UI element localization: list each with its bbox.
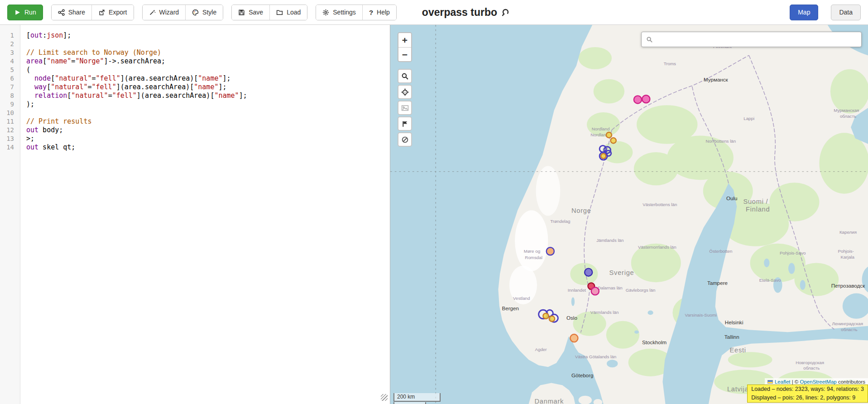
poi-marker[interactable] <box>634 96 642 103</box>
map-label-region: Ленинградская <box>832 321 863 326</box>
code-line[interactable]: 14out skel qt; <box>0 143 390 152</box>
app-brand: overpass turbo <box>422 6 510 19</box>
map-label-region: область <box>840 114 856 119</box>
code-text: relation["natural"="fell"](area.searchAr… <box>20 91 247 100</box>
zoom-in-button[interactable]: + <box>398 33 411 47</box>
map-label-region: Norrbottens län <box>705 139 736 144</box>
map-label-city: Bergen <box>502 306 519 312</box>
search-icon <box>401 72 409 80</box>
run-button[interactable]: Run <box>7 5 43 20</box>
wizard-button[interactable]: Wizard <box>143 5 186 20</box>
help-label: Help <box>377 9 390 16</box>
zoom-control: + − <box>398 32 412 62</box>
map-label-city: Tampere <box>707 280 728 286</box>
leaflet-link[interactable]: Leaflet <box>775 379 791 385</box>
poi-marker[interactable] <box>585 269 592 276</box>
map-label-region: Varsinais-Suomi <box>685 313 717 317</box>
osm-link[interactable]: OpenStreetMap <box>800 379 837 385</box>
line-number: 3 <box>0 48 20 57</box>
poi-marker[interactable] <box>642 95 650 103</box>
zoom-out-button[interactable]: − <box>398 47 411 61</box>
settings-label: Settings <box>333 9 356 16</box>
export-icon <box>98 9 105 16</box>
code-line[interactable]: 6 node["natural"="fell"](area.searchArea… <box>0 74 390 83</box>
map-label-country: Eesti <box>730 346 746 354</box>
export-button[interactable]: Export <box>91 5 133 20</box>
poi-marker[interactable] <box>611 138 616 143</box>
save-button[interactable]: Save <box>232 5 269 20</box>
wizard-style-group: Wizard Style <box>142 5 224 20</box>
code-line[interactable]: 7 way["natural"="fell"](area.searchArea)… <box>0 83 390 91</box>
save-label: Save <box>249 9 263 16</box>
map-label-region: Vestland <box>513 296 530 301</box>
code-line[interactable]: 11// Print results <box>0 117 390 126</box>
code-line[interactable]: 1[out:json]; <box>0 31 390 40</box>
map-label-city: Göteborg <box>571 372 593 378</box>
map-label-region: Nordland <box>592 126 610 131</box>
code-text <box>20 40 30 48</box>
tab-data[interactable]: Data <box>831 5 861 20</box>
code-line[interactable]: 12out body; <box>0 126 390 135</box>
code-line[interactable]: 10 <box>0 109 390 117</box>
code-line[interactable]: 2 <box>0 40 390 48</box>
code-line[interactable]: 3// Limit search to Norway (Norge) <box>0 48 390 57</box>
poi-marker[interactable] <box>543 313 548 319</box>
share-button[interactable]: Share <box>52 5 91 20</box>
locate-button[interactable] <box>398 85 412 99</box>
poi-marker[interactable] <box>606 132 612 138</box>
map-label-region: Västerbottens län <box>643 202 677 207</box>
map-label-region: Jämtlands län <box>596 238 623 243</box>
map-label-region: Trøndelag <box>550 219 570 224</box>
poi-marker[interactable] <box>570 334 578 342</box>
help-button[interactable]: ? Help <box>362 5 396 20</box>
scale-bar-mi <box>393 402 426 404</box>
poi-marker[interactable] <box>591 287 599 295</box>
line-number: 12 <box>0 126 20 135</box>
poi-marker[interactable] <box>549 316 555 322</box>
map-label-country: Suomi / <box>743 198 768 205</box>
settings-button[interactable]: Settings <box>316 5 362 20</box>
palette-icon <box>192 9 199 16</box>
map-control-column <box>398 69 412 147</box>
poi-marker[interactable] <box>547 247 554 255</box>
style-label: Style <box>202 9 216 16</box>
share-label: Share <box>68 9 85 16</box>
map-canvas[interactable]: FinnmarkTromsМурманскМурманскаяобластьLa… <box>390 25 868 404</box>
code-line[interactable]: 13>; <box>0 135 390 143</box>
map-label-country: Finland <box>746 206 770 213</box>
map-label-region: область <box>803 366 820 370</box>
geocoder-search-button[interactable] <box>398 69 412 83</box>
abort-query-button[interactable] <box>398 132 412 147</box>
line-number: 4 <box>0 57 20 66</box>
flag-icon <box>401 120 409 128</box>
code-line[interactable]: 9); <box>0 100 390 109</box>
line-number: 8 <box>0 91 20 100</box>
map-search-box <box>641 32 862 47</box>
code-line[interactable]: 8 relation["natural"="fell"](area.search… <box>0 91 390 100</box>
code-line[interactable]: 5( <box>0 66 390 74</box>
map-label-region: Agder <box>535 347 547 352</box>
line-number: 10 <box>0 109 20 117</box>
leaflet-flag-icon <box>767 380 773 384</box>
map-label-city: Helsinki <box>725 319 743 325</box>
map-key-button[interactable] <box>398 116 412 131</box>
map-label-country: Danmark <box>535 398 564 404</box>
load-button[interactable]: Load <box>269 5 307 20</box>
map-label-city: Петрозаводск <box>831 283 865 289</box>
map-label-region: Romsdal <box>525 255 542 260</box>
share-icon <box>58 9 65 16</box>
export-image-button[interactable] <box>398 101 412 115</box>
line-number: 13 <box>0 135 20 143</box>
map-label-region: Troms <box>664 61 676 66</box>
code-line[interactable]: 4area["name"="Norge"]->.searchArea; <box>0 57 390 66</box>
poi-marker[interactable] <box>601 154 606 159</box>
save-load-group: Save Load <box>231 5 307 20</box>
tab-map[interactable]: Map <box>790 5 818 20</box>
map-label-region: Etelä-Savo <box>759 278 781 283</box>
style-button[interactable]: Style <box>185 5 223 20</box>
line-number: 2 <box>0 40 20 48</box>
editor-resize-handle[interactable] <box>381 394 388 401</box>
map-search-input[interactable] <box>657 32 857 47</box>
query-editor[interactable]: 1[out:json];2 3// Limit search to Norway… <box>0 25 390 404</box>
code-text <box>20 109 30 117</box>
